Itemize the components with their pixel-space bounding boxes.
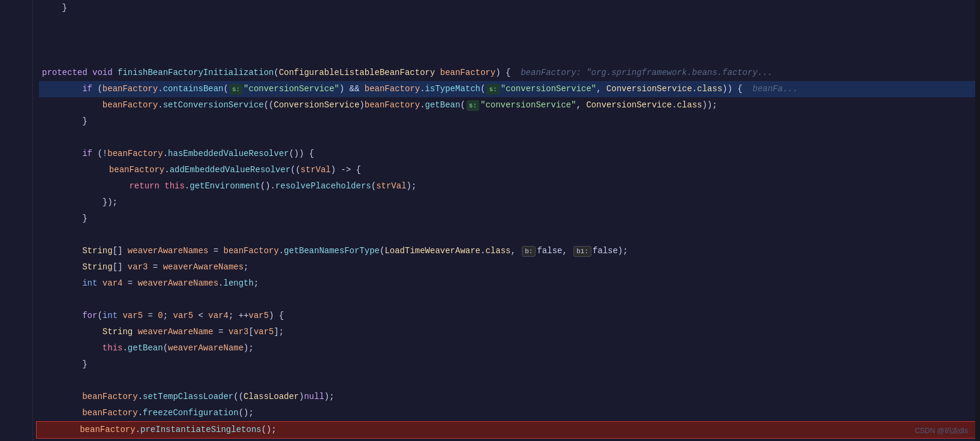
code-token: containsBean bbox=[163, 81, 224, 97]
code-token: beanFactory bbox=[365, 97, 420, 113]
code-line: String weaverAwareName = var3[var5]; bbox=[39, 324, 980, 340]
code-token: false, bbox=[537, 243, 572, 259]
code-line: } bbox=[39, 356, 980, 373]
code-token: beanFactory bbox=[80, 422, 135, 438]
code-token: this bbox=[103, 340, 123, 356]
code-line: protected void finishBeanFactoryInitiali… bbox=[39, 65, 980, 81]
code-token: var3 bbox=[229, 324, 249, 340]
code-token: if bbox=[82, 146, 97, 162]
code-token: isTypeMatch bbox=[425, 81, 480, 97]
code-token: . bbox=[420, 97, 425, 113]
code-token: } bbox=[42, 0, 67, 16]
code-token: . bbox=[158, 81, 163, 97]
code-token: strVal bbox=[376, 178, 406, 194]
code-token bbox=[49, 178, 129, 194]
code-token: getBean bbox=[425, 97, 461, 113]
code-token: }); bbox=[42, 194, 118, 211]
code-token: . bbox=[279, 243, 284, 259]
hint-badge-b: b: bbox=[522, 246, 536, 257]
code-token: beanFactory bbox=[103, 81, 158, 97]
code-line: String[] weaverAwareNames = beanFactory.… bbox=[39, 243, 980, 259]
code-token: (). bbox=[260, 178, 275, 194]
code-area: } protected void finishBeanFactoryInitia… bbox=[33, 0, 980, 441]
code-token: < bbox=[193, 308, 208, 324]
code-token: var5 bbox=[249, 308, 269, 324]
code-token: weaverAwareNames bbox=[128, 243, 208, 259]
code-token: int bbox=[82, 275, 103, 292]
code-token: String bbox=[82, 259, 112, 275]
right-border bbox=[975, 0, 980, 441]
code-token: . bbox=[122, 340, 127, 356]
code-token: = bbox=[148, 259, 163, 275]
code-token: (); bbox=[239, 405, 254, 421]
code-token: getBean bbox=[128, 340, 163, 356]
code-line: }); bbox=[39, 194, 980, 211]
code-token: String bbox=[82, 243, 112, 259]
hint-badge-s: s: bbox=[467, 100, 479, 111]
code-token: beanFactory bbox=[109, 162, 164, 178]
code-token: } bbox=[42, 439, 67, 441]
code-line: for(int var5 = 0; var5 < var4; ++var5) { bbox=[39, 308, 980, 324]
code-token: ( bbox=[371, 178, 376, 194]
code-token: ) -> { bbox=[331, 162, 361, 178]
code-token: . bbox=[158, 97, 163, 113]
code-token: . bbox=[420, 81, 425, 97]
code-line: beanFactory.setTempClassLoader((ClassLoa… bbox=[39, 389, 980, 405]
code-token bbox=[42, 405, 82, 421]
code-token: beanFactory bbox=[107, 146, 163, 162]
code-token: . bbox=[136, 422, 140, 438]
code-token: ()) { bbox=[289, 146, 314, 162]
code-token: ); bbox=[407, 178, 417, 194]
code-line: beanFactory.addEmbeddedValueResolver((st… bbox=[39, 162, 980, 178]
code-token: int bbox=[103, 308, 123, 324]
code-token: getBeanNamesForType bbox=[284, 243, 380, 259]
code-token: addEmbeddedValueResolver bbox=[170, 162, 291, 178]
code-token: resolvePlaceholders bbox=[275, 178, 371, 194]
code-token: var4 bbox=[208, 308, 229, 324]
gutter bbox=[0, 0, 33, 441]
code-line: this.getBean(weaverAwareName); bbox=[39, 340, 980, 356]
code-line bbox=[39, 16, 980, 65]
code-inline-hint: beanFa... bbox=[753, 81, 798, 97]
code-token bbox=[435, 65, 440, 81]
code-token: [ bbox=[249, 324, 254, 340]
code-token: ( bbox=[97, 81, 102, 97]
code-token: weaverAwareNames bbox=[163, 259, 244, 275]
code-token: hasEmbeddedValueResolver bbox=[168, 146, 289, 162]
code-token: = bbox=[143, 308, 158, 324]
code-token: ( bbox=[460, 97, 465, 113]
code-token: var5 bbox=[173, 308, 194, 324]
code-token: ); bbox=[324, 389, 335, 405]
code-token: (! bbox=[97, 146, 107, 162]
code-token: void bbox=[92, 65, 118, 81]
code-token: protected bbox=[42, 65, 92, 81]
code-token: . bbox=[218, 275, 223, 292]
code-token: )); bbox=[702, 97, 717, 113]
code-line bbox=[39, 130, 980, 146]
watermark: CSDN @码农dls bbox=[915, 426, 968, 436]
code-line: } bbox=[39, 0, 980, 16]
code-token: ) bbox=[299, 389, 304, 405]
code-token: } bbox=[42, 211, 88, 227]
code-token: freezeConfiguration bbox=[143, 405, 239, 421]
code-token: preInstantiateSingletons bbox=[140, 422, 261, 438]
code-token: String bbox=[103, 324, 138, 340]
code-token: var4 bbox=[103, 275, 123, 292]
code-token: var5 bbox=[122, 308, 143, 324]
code-token: beanFactory bbox=[103, 97, 158, 113]
code-token: , bbox=[576, 97, 587, 113]
code-token bbox=[49, 162, 109, 178]
code-token: setConversionService bbox=[163, 97, 264, 113]
code-token: for bbox=[82, 308, 97, 324]
code-token: ) { bbox=[495, 65, 521, 81]
code-token: ; bbox=[163, 308, 173, 324]
code-token: class bbox=[697, 81, 722, 97]
code-token: ) { bbox=[269, 308, 284, 324]
code-token: ; bbox=[244, 259, 248, 275]
code-token bbox=[42, 324, 103, 340]
code-token: . bbox=[672, 97, 677, 113]
code-token bbox=[40, 422, 80, 438]
code-line bbox=[39, 373, 980, 389]
code-token: beanFactory bbox=[82, 389, 137, 405]
code-token bbox=[42, 389, 82, 405]
